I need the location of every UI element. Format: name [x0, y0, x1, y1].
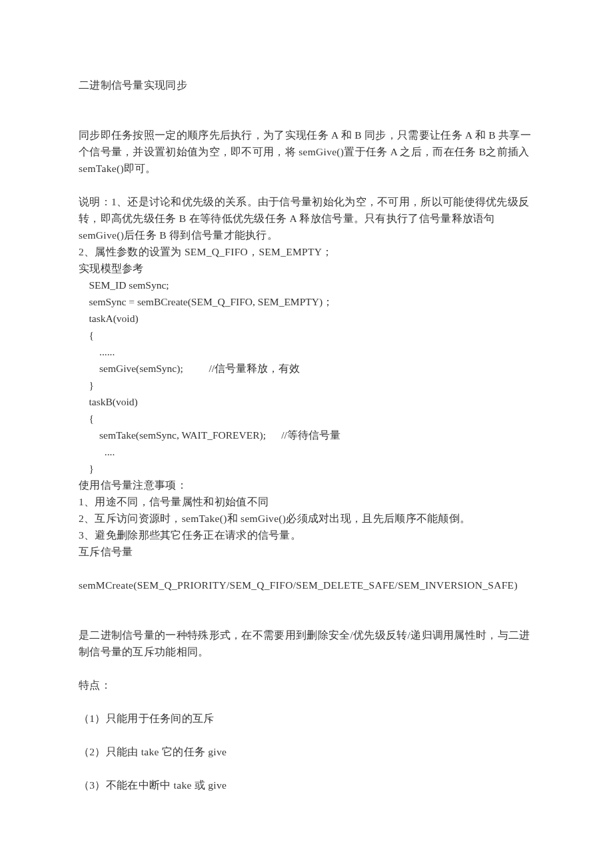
code-line: semTake(semSync, WAIT_FOREVER); //等待信号量: [79, 427, 534, 443]
code-line: taskB(void): [79, 393, 534, 410]
feature-item: （1）只能用于任务间的互斥: [79, 710, 534, 727]
spacer: [79, 110, 534, 127]
spacer: [79, 560, 534, 577]
mutex-heading: 互斥信号量: [79, 543, 534, 560]
document-page: 二进制信号量实现同步 同步即任务按照一定的顺序先后执行，为了实现任务 A 和 B…: [0, 0, 613, 833]
code-line: ......: [79, 343, 534, 360]
spacer: [79, 760, 534, 777]
paragraph-intro: 同步即任务按照一定的顺序先后执行，为了实现任务 A 和 B 同步，只需要让任务 …: [79, 127, 534, 177]
feature-item: （2）只能由 take 它的任务 give: [79, 743, 534, 760]
spacer: [79, 610, 534, 627]
code-line: semSync = semBCreate(SEM_Q_FIFO, SEM_EMP…: [79, 293, 534, 310]
note-item: 3、避免删除那些其它任务正在请求的信号量。: [79, 527, 534, 543]
features-heading: 特点：: [79, 677, 534, 693]
code-line: {: [79, 327, 534, 343]
spacer: [79, 177, 534, 193]
notes-heading: 使用信号量注意事项：: [79, 477, 534, 493]
feature-item: （3）不能在中断中 take 或 give: [79, 777, 534, 793]
spacer: [79, 660, 534, 677]
paragraph-model-ref: 实现模型参考: [79, 260, 534, 277]
spacer: [79, 93, 534, 110]
code-line: }: [79, 460, 534, 477]
heading-title: 二进制信号量实现同步: [79, 77, 534, 93]
code-line: semGive(semSync); //信号量释放，有效: [79, 360, 534, 377]
code-line: {: [79, 410, 534, 427]
paragraph-explain-2: 2、属性参数的设置为 SEM_Q_FIFO，SEM_EMPTY；: [79, 243, 534, 260]
spacer: [79, 727, 534, 743]
code-line: SEM_ID semSync;: [79, 277, 534, 293]
mutex-create-line: semMCreate(SEM_Q_PRIORITY/SEM_Q_FIFO/SEM…: [79, 577, 534, 593]
code-line: }: [79, 377, 534, 393]
code-line: taskA(void): [79, 310, 534, 327]
paragraph-explain-1: 说明：1、还是讨论和优先级的关系。由于信号量初始化为空，不可用，所以可能使得优先…: [79, 193, 534, 243]
spacer: [79, 593, 534, 610]
note-item: 1、用途不同，信号量属性和初始值不同: [79, 493, 534, 510]
mutex-description: 是二进制信号量的一种特殊形式，在不需要用到删除安全/优先级反转/递归调用属性时，…: [79, 627, 534, 660]
note-item: 2、互斥访问资源时，semTake()和 semGive()必须成对出现，且先后…: [79, 510, 534, 527]
spacer: [79, 693, 534, 710]
code-line: ....: [79, 443, 534, 460]
